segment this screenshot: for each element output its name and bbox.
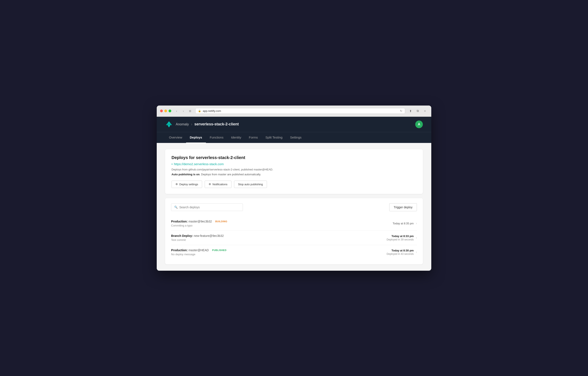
- search-box[interactable]: 🔍: [171, 203, 243, 211]
- stop-auto-publishing-label: Stop auto publishing: [238, 183, 263, 186]
- chevron-right-icon: ›: [416, 250, 417, 254]
- breadcrumb-team[interactable]: Anomaly: [176, 122, 189, 126]
- deploy-left: Production: master@9ec3b32 BUILDING Comm…: [171, 220, 229, 227]
- search-trigger-row: 🔍 Trigger deploy: [171, 203, 417, 211]
- deploy-title-row: Branch Deploy: new-feature@9ec3b32: [171, 234, 224, 237]
- refresh-icon[interactable]: ↻: [400, 109, 402, 112]
- nav-deploys[interactable]: Deploys: [186, 132, 206, 143]
- deploy-row[interactable]: Production: master@HEAD PUBLISHED No dep…: [171, 245, 417, 259]
- deploy-row[interactable]: Branch Deploy: new-feature@9ec3b32 Test …: [171, 231, 417, 245]
- site-url-link[interactable]: https://demo2.serverless-stack.com: [171, 162, 417, 166]
- deploy-time: Today at 8:33 pm: [387, 234, 414, 238]
- deploy-right: Today at 8:30 pm Deployed in 43 seconds …: [387, 249, 417, 255]
- deploy-left: Production: master@HEAD PUBLISHED No dep…: [171, 248, 228, 256]
- deploy-settings-label: Deploy settings: [179, 183, 198, 186]
- minimize-button[interactable]: [164, 110, 167, 112]
- deploy-duration: Deployed in 39 seconds: [387, 238, 414, 241]
- deploy-ref: master@9ec3b32: [189, 220, 212, 223]
- new-tab-button[interactable]: ＋: [422, 108, 428, 114]
- tab-overview-button[interactable]: ⊟: [187, 108, 193, 114]
- search-icon: 🔍: [174, 206, 178, 209]
- deploy-time-info: Today at 8:30 pm Deployed in 43 seconds: [387, 249, 414, 255]
- deploy-time-info: Today at 8:35 pm: [393, 222, 414, 225]
- chevron-right-icon: ›: [416, 221, 417, 225]
- chevron-right-icon: ›: [416, 236, 417, 240]
- netlify-logo: [165, 121, 173, 128]
- deploy-title-row: Production: master@9ec3b32 BUILDING: [171, 220, 229, 223]
- breadcrumb: Anomaly › serverless-stack-2-client: [176, 122, 239, 126]
- deploy-left: Branch Deploy: new-feature@9ec3b32 Test …: [171, 234, 224, 242]
- deploy-title-row: Production: master@HEAD PUBLISHED: [171, 248, 228, 252]
- url-text: app.netlify.com: [203, 109, 221, 112]
- deploy-settings-button[interactable]: ⚙ Deploy settings: [171, 181, 202, 188]
- auto-publishing-rest: . Deploys from master are published auto…: [200, 173, 261, 176]
- duplicate-tab-button[interactable]: ⧉: [415, 108, 421, 114]
- gear-icon-notifications: ⚙: [209, 183, 211, 186]
- deploy-message: No deploy message: [171, 253, 228, 256]
- deploy-message: Test commit: [171, 238, 224, 242]
- deploy-time: Today at 8:35 pm: [393, 222, 414, 225]
- main-content: Deploys for serverless-stack-2-client ht…: [157, 143, 431, 271]
- lock-icon: 🔒: [198, 110, 201, 112]
- deploy-row[interactable]: Production: master@9ec3b32 BUILDING Comm…: [171, 216, 417, 231]
- deploys-list-card: 🔍 Trigger deploy Production: master@9ec3…: [165, 198, 423, 264]
- address-bar[interactable]: 🔒 app.netlify.com ↻: [195, 108, 405, 114]
- app-container: Anomaly › serverless-stack-2-client A Ov…: [157, 117, 431, 271]
- app-header: Anomaly › serverless-stack-2-client A: [157, 117, 431, 132]
- avatar[interactable]: A: [415, 121, 423, 128]
- deploy-ref: new-feature@9ec3b32: [194, 234, 224, 237]
- deploy-badge: PUBLISHED: [210, 248, 228, 252]
- notifications-label: Notifications: [212, 183, 228, 186]
- deploy-duration: Deployed in 43 seconds: [387, 253, 414, 255]
- search-input[interactable]: [179, 206, 240, 209]
- deploy-time: Today at 8:30 pm: [387, 249, 414, 252]
- breadcrumb-separator: ›: [191, 122, 192, 126]
- maximize-button[interactable]: [168, 110, 171, 112]
- nav-overview[interactable]: Overview: [165, 132, 186, 143]
- forward-button[interactable]: ›: [181, 108, 186, 114]
- breadcrumb-site[interactable]: serverless-stack-2-client: [194, 122, 239, 126]
- nav-forms[interactable]: Forms: [245, 132, 262, 143]
- auto-publishing-status: Auto publishing is on. Deploys from mast…: [171, 173, 417, 176]
- auto-publishing-bold: Auto publishing is on: [171, 173, 200, 176]
- deploy-right: Today at 8:35 pm ›: [393, 221, 417, 225]
- nav-split-testing[interactable]: Split Testing: [262, 132, 286, 143]
- card-actions: ⚙ Deploy settings ⚙ Notifications Stop a…: [171, 181, 417, 188]
- stop-auto-publishing-button[interactable]: Stop auto publishing: [234, 181, 267, 188]
- browser-toolbar: ‹ › ⊟ 🔒 app.netlify.com ↻ ⬆ ⧉ ＋: [157, 106, 431, 117]
- deploy-type-label: Production:: [171, 220, 188, 223]
- deploy-type-label: Branch Deploy:: [171, 234, 193, 237]
- deploy-badge: BUILDING: [213, 220, 229, 223]
- nav-identity[interactable]: Identity: [227, 132, 245, 143]
- browser-window: ‹ › ⊟ 🔒 app.netlify.com ↻ ⬆ ⧉ ＋: [157, 106, 431, 271]
- deploys-info-card: Deploys for serverless-stack-2-client ht…: [165, 149, 423, 194]
- deploys-source: Deploys from github.com/jayair/serverles…: [171, 168, 417, 171]
- deploys-title: Deploys for serverless-stack-2-client: [171, 155, 417, 160]
- deploy-time-bold: Today at 8:33 pm: [391, 234, 414, 238]
- gear-icon: ⚙: [176, 183, 178, 186]
- app-nav: Overview Deploys Functions Identity Form…: [157, 132, 431, 143]
- close-button[interactable]: [160, 110, 163, 112]
- traffic-lights: [160, 110, 171, 112]
- browser-nav: ‹ › ⊟: [174, 108, 193, 114]
- deploy-type: Production: master@HEAD: [171, 248, 209, 252]
- deploy-right: Today at 8:33 pm Deployed in 39 seconds …: [387, 234, 417, 241]
- deploy-type: Production: master@9ec3b32: [171, 220, 212, 223]
- deploy-time-info: Today at 8:33 pm Deployed in 39 seconds: [387, 234, 414, 241]
- nav-settings[interactable]: Settings: [286, 132, 305, 143]
- deploy-ref: master@HEAD: [189, 248, 209, 252]
- deploy-message: Commiting a typo: [171, 224, 229, 227]
- back-button[interactable]: ‹: [174, 108, 179, 114]
- deploy-time-bold: Today at 8:30 pm: [391, 249, 414, 252]
- browser-actions: ⬆ ⧉ ＋: [408, 108, 428, 114]
- deploy-type: Branch Deploy: new-feature@9ec3b32: [171, 234, 224, 237]
- share-button[interactable]: ⬆: [408, 108, 414, 114]
- header-left: Anomaly › serverless-stack-2-client: [165, 121, 239, 128]
- nav-functions[interactable]: Functions: [206, 132, 227, 143]
- notifications-button[interactable]: ⚙ Notifications: [205, 181, 231, 188]
- deploy-type-label: Production:: [171, 248, 188, 252]
- trigger-deploy-button[interactable]: Trigger deploy: [389, 203, 417, 211]
